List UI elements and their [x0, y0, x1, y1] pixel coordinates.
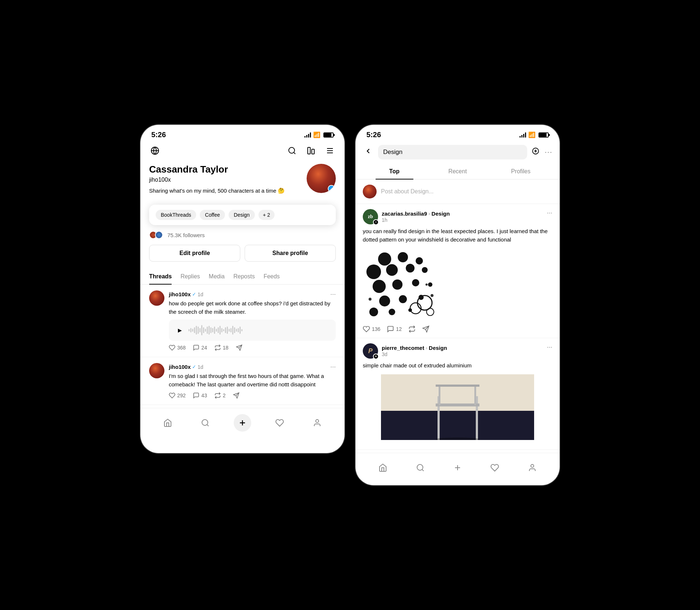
svg-point-17	[416, 257, 423, 265]
post-time-1: 1h	[382, 217, 388, 223]
repost-action-2[interactable]: 2	[214, 392, 226, 399]
repost-count-1: 18	[223, 345, 229, 351]
svg-point-22	[373, 280, 386, 293]
svg-point-36	[431, 294, 433, 297]
comment-action-2[interactable]: 43	[193, 392, 207, 399]
like-action-1[interactable]: 368	[169, 344, 186, 351]
post-topic-1: Design	[432, 211, 450, 217]
svg-point-15	[378, 252, 391, 266]
nav-profile[interactable]	[308, 414, 326, 432]
share-post-1[interactable]	[422, 325, 429, 333]
tab-recent[interactable]: Recent	[426, 164, 489, 179]
tab-feeds[interactable]: Feeds	[264, 269, 280, 284]
thread-username-2: jiho100x	[169, 364, 191, 370]
post-more-1[interactable]: ···	[547, 209, 552, 217]
tab-media[interactable]: Media	[209, 269, 225, 284]
comment-count-2: 43	[201, 393, 207, 398]
add-icon[interactable]	[532, 147, 540, 157]
post-placeholder[interactable]: Post about Design...	[381, 188, 433, 195]
search-tabs: Top Recent Profiles	[355, 164, 560, 179]
status-icons-right: 📶	[520, 131, 549, 138]
globe-icon[interactable]	[149, 145, 161, 157]
tab-reposts[interactable]: Reposts	[233, 269, 255, 284]
post-username-row-2: pierre_thecomet › Design	[382, 345, 447, 351]
like-count-2: 292	[177, 393, 186, 398]
repost-action-1[interactable]: 18	[214, 344, 229, 351]
thread-content-1: jiho100x ✓ 1d ··· how do people get work…	[169, 290, 336, 351]
thread-user-info-1: jiho100x ✓ 1d	[169, 291, 203, 297]
profile-actions: Edit profile Share profile	[140, 245, 345, 269]
thread-more-2[interactable]: ···	[330, 363, 336, 371]
topic-bookthreads[interactable]: BookThreads	[156, 210, 196, 220]
thread-actions-2: 292 43 2	[169, 392, 336, 399]
stats-icon[interactable]	[305, 145, 317, 157]
nav-compose-right[interactable]	[449, 459, 466, 476]
edit-profile-button[interactable]: Edit profile	[149, 245, 240, 262]
nav-profile-right[interactable]	[524, 459, 541, 476]
avatar: ✓	[307, 164, 336, 193]
nav-home-right[interactable]	[374, 459, 392, 476]
design-post-2: P + pierre_thecomet › Design 3d	[355, 338, 560, 450]
right-phone: 5:26 📶 Design	[355, 125, 560, 485]
waveform	[188, 325, 330, 336]
svg-point-26	[379, 296, 390, 306]
design-post-1: zb + zacarias.brasilia9 › Design 1h	[355, 204, 560, 338]
followers-avatars	[149, 231, 161, 239]
nav-home[interactable]	[159, 414, 176, 432]
search-actions: ···	[532, 147, 552, 157]
svg-point-11	[316, 420, 319, 422]
nav-search-right[interactable]	[412, 459, 429, 476]
thread-avatar-1	[149, 290, 164, 306]
svg-point-52	[531, 464, 534, 467]
thread-header-2: jiho100x ✓ 1d ···	[169, 363, 336, 371]
tab-threads[interactable]: Threads	[149, 269, 172, 284]
nav-compose[interactable]	[234, 414, 251, 432]
back-button[interactable]	[363, 146, 374, 159]
thread-time-2: 1d	[198, 364, 203, 370]
svg-rect-45	[439, 385, 440, 405]
svg-point-24	[412, 279, 419, 286]
comment-action-1[interactable]: 24	[193, 344, 207, 351]
thread-user-info-2: jiho100x ✓ 1d	[169, 364, 203, 370]
svg-point-8	[202, 420, 208, 425]
nav-search[interactable]	[197, 414, 214, 432]
post-image-2	[363, 374, 552, 440]
like-action-2[interactable]: 292	[169, 392, 186, 399]
tab-top[interactable]: Top	[363, 164, 426, 179]
thread-more-1[interactable]: ···	[330, 290, 336, 298]
like-post-1[interactable]: 136	[363, 325, 380, 333]
post-more-2[interactable]: ···	[547, 343, 552, 351]
post-time-2: 3d	[382, 351, 388, 357]
play-button[interactable]: ▶	[175, 325, 185, 335]
menu-icon[interactable]	[324, 145, 336, 157]
repost-post-1[interactable]	[408, 325, 416, 333]
topic-design[interactable]: Design	[229, 210, 255, 220]
topics-more[interactable]: + 2	[258, 210, 275, 220]
search-input[interactable]: Design	[378, 145, 527, 159]
post-actions-1: 136 12	[363, 325, 552, 333]
topic-coffee[interactable]: Coffee	[200, 210, 225, 220]
profile-name: Cassandra Taylor	[149, 164, 307, 175]
verified-badge: ✓	[328, 185, 335, 192]
svg-point-19	[386, 264, 398, 276]
share-profile-button[interactable]: Share profile	[245, 245, 336, 262]
svg-point-32	[417, 296, 432, 310]
bottom-nav-left	[140, 408, 345, 440]
audio-player[interactable]: ▶	[169, 320, 336, 341]
thread-actions-1: 368 24 18	[169, 344, 336, 351]
svg-point-34	[427, 308, 434, 316]
svg-point-27	[399, 295, 407, 303]
share-action-2[interactable]	[233, 392, 240, 399]
nav-activity-right[interactable]	[486, 459, 503, 476]
share-action-1[interactable]	[236, 344, 242, 351]
follower-avatar-2	[155, 231, 163, 239]
search-icon[interactable]	[286, 145, 298, 157]
ellipsis-icon[interactable]: ···	[545, 147, 552, 157]
svg-point-29	[369, 308, 378, 316]
post-user-row-2: P + pierre_thecomet › Design 3d	[363, 343, 447, 359]
tab-profiles[interactable]: Profiles	[489, 164, 552, 179]
comment-post-1[interactable]: 12	[387, 325, 402, 333]
tab-replies[interactable]: Replies	[180, 269, 200, 284]
nav-activity[interactable]	[271, 414, 288, 432]
svg-rect-47	[436, 385, 479, 387]
